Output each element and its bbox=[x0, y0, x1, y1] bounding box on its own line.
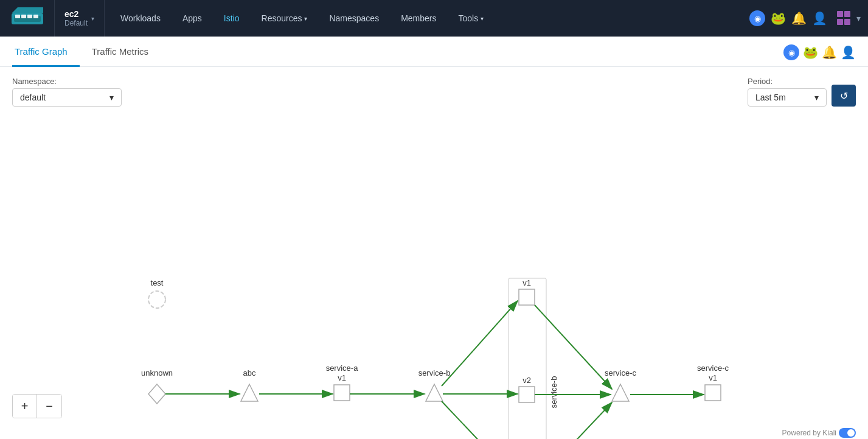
nav-icon-alert[interactable]: 🔔 bbox=[791, 10, 807, 26]
abc-node[interactable] bbox=[241, 384, 258, 401]
traffic-graph-svg: test unknown abc service-a v1 service-b … bbox=[0, 116, 868, 439]
powered-by: Powered by Kiali bbox=[782, 428, 856, 438]
period-value: Last 5m bbox=[755, 93, 786, 102]
tools-dropdown-icon: ▾ bbox=[481, 15, 484, 22]
v1-label: v1 bbox=[523, 278, 531, 287]
resources-dropdown-icon: ▾ bbox=[304, 15, 307, 22]
svg-rect-5 bbox=[27, 15, 32, 18]
v2-node[interactable] bbox=[519, 387, 535, 402]
tab-traffic-graph[interactable]: Traffic Graph bbox=[12, 37, 80, 67]
period-group: Period: Last 5m ▾ bbox=[748, 77, 827, 107]
service-c-v1-label: v1 bbox=[709, 373, 717, 382]
tab-icon-frog[interactable]: 🐸 bbox=[803, 45, 818, 60]
tab-icon-bell[interactable]: 🔔 bbox=[822, 45, 837, 60]
v2-label: v2 bbox=[523, 376, 531, 385]
period-select[interactable]: Last 5m ▾ bbox=[748, 88, 827, 107]
abc-label: abc bbox=[243, 368, 256, 378]
service-c-label: service-c bbox=[605, 368, 637, 378]
service-c-v1-node[interactable] bbox=[705, 385, 721, 401]
nav-icon-blue[interactable]: ◉ bbox=[749, 10, 765, 26]
nav-members[interactable]: Members bbox=[390, 0, 447, 37]
service-c-v1-top-label: service-c bbox=[697, 363, 729, 373]
refresh-button[interactable]: ↺ bbox=[832, 85, 856, 107]
cluster-selector[interactable]: ec2 Default ▾ bbox=[55, 0, 105, 37]
service-a-v1-node[interactable] bbox=[334, 385, 350, 401]
service-b-label: service-b bbox=[418, 368, 451, 378]
zoom-out-button[interactable]: − bbox=[37, 395, 61, 418]
nav-istio[interactable]: Istio bbox=[213, 0, 251, 37]
period-group-container: Period: Last 5m ▾ ↺ bbox=[748, 77, 856, 107]
service-a-v1-label: v1 bbox=[338, 373, 346, 382]
cluster-default: Default bbox=[64, 19, 88, 27]
test-node[interactable] bbox=[148, 291, 165, 308]
unknown-node[interactable] bbox=[148, 384, 165, 404]
v1-node[interactable] bbox=[519, 289, 535, 305]
nav-icon-user[interactable]: 👤 bbox=[811, 10, 827, 26]
nav-icon-smiley[interactable]: 🐸 bbox=[770, 10, 786, 26]
brand-logo-container bbox=[0, 0, 55, 37]
service-a-label: service-a bbox=[326, 363, 359, 373]
tab-icon-blue[interactable]: ◉ bbox=[783, 44, 799, 60]
refresh-icon: ↺ bbox=[840, 90, 848, 102]
kiali-toggle-icon[interactable] bbox=[839, 428, 856, 438]
edge-service-b-v3 bbox=[442, 401, 518, 439]
navbar: ec2 Default ▾ Workloads Apps Istio Resou… bbox=[0, 0, 868, 37]
service-b-group-label: service-b bbox=[549, 376, 558, 409]
svg-rect-3 bbox=[15, 15, 20, 18]
tab-icons: ◉ 🐸 🔔 👤 bbox=[783, 44, 856, 66]
brand-logo-svg bbox=[12, 7, 43, 29]
period-label: Period: bbox=[748, 77, 827, 86]
namespace-value: default bbox=[20, 93, 46, 102]
nav-grid-icon[interactable] bbox=[837, 11, 852, 26]
zoom-in-button[interactable]: + bbox=[13, 395, 37, 418]
nav-workloads[interactable]: Workloads bbox=[109, 0, 172, 37]
service-c-node[interactable] bbox=[612, 384, 629, 401]
nav-apps[interactable]: Apps bbox=[172, 0, 213, 37]
powered-by-text: Powered by Kiali bbox=[782, 429, 836, 437]
svg-rect-6 bbox=[33, 15, 38, 18]
toolbar: Namespace: default ▾ Period: Last 5m ▾ ↺ bbox=[0, 67, 868, 116]
namespace-label: Namespace: bbox=[12, 77, 122, 86]
nav-right-icons: ◉ 🐸 🔔 👤 ▾ bbox=[749, 10, 868, 26]
namespace-chevron-icon: ▾ bbox=[109, 93, 114, 102]
tab-icon-user[interactable]: 👤 bbox=[841, 45, 856, 60]
nav-namespaces[interactable]: Namespaces bbox=[318, 0, 390, 37]
svg-rect-4 bbox=[21, 15, 26, 18]
unknown-label: unknown bbox=[141, 368, 173, 378]
nav-more-arrow[interactable]: ▾ bbox=[856, 13, 861, 23]
zoom-controls: + − bbox=[12, 394, 62, 418]
graph-area: test unknown abc service-a v1 service-b … bbox=[0, 116, 868, 439]
test-label: test bbox=[151, 278, 164, 287]
nav-tools[interactable]: Tools ▾ bbox=[448, 0, 495, 37]
namespace-group: Namespace: default ▾ bbox=[12, 77, 122, 107]
service-b-node[interactable] bbox=[426, 384, 443, 401]
nav-links: Workloads Apps Istio Resources ▾ Namespa… bbox=[109, 0, 495, 37]
cluster-dropdown-icon: ▾ bbox=[91, 15, 94, 22]
nav-resources[interactable]: Resources ▾ bbox=[251, 0, 319, 37]
edge-service-b-v1 bbox=[442, 301, 518, 386]
tab-traffic-metrics[interactable]: Traffic Metrics bbox=[89, 37, 161, 67]
cluster-name: ec2 bbox=[64, 9, 88, 19]
period-chevron-icon: ▾ bbox=[814, 93, 819, 102]
tabs-bar: Traffic Graph Traffic Metrics ◉ 🐸 🔔 👤 bbox=[0, 37, 868, 67]
namespace-select[interactable]: default ▾ bbox=[12, 88, 122, 107]
svg-marker-2 bbox=[12, 7, 43, 13]
